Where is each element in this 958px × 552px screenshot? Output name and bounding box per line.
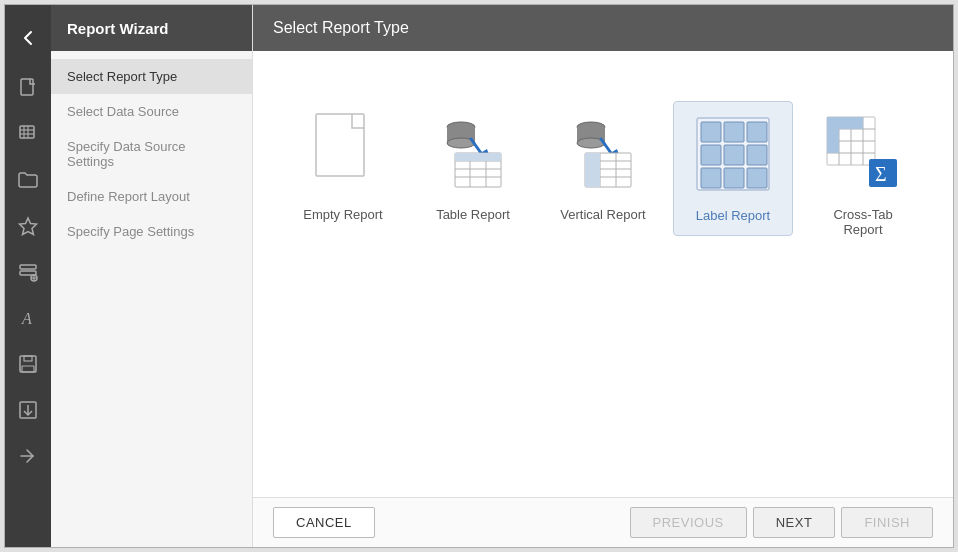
- empty-report-label: Empty Report: [303, 207, 382, 222]
- sidebar-step-select-data-source[interactable]: Select Data Source: [51, 94, 252, 129]
- back-button[interactable]: [5, 15, 51, 61]
- sidebar-step-specify-page-settings[interactable]: Specify Page Settings: [51, 214, 252, 249]
- layers-icon[interactable]: [5, 249, 51, 295]
- svg-rect-7: [20, 265, 36, 269]
- previous-button[interactable]: PREVIOUS: [630, 507, 747, 538]
- svg-rect-43: [585, 153, 600, 187]
- svg-rect-47: [747, 122, 767, 142]
- label-report-icon: [693, 114, 773, 194]
- main-content: Empty Report: [253, 51, 953, 497]
- label-report-label: Label Report: [696, 208, 770, 223]
- folder-icon[interactable]: [5, 157, 51, 203]
- sidebar-title: Report Wizard: [51, 5, 252, 51]
- footer-left: CANCEL: [273, 507, 375, 538]
- finish-button[interactable]: FINISH: [841, 507, 933, 538]
- export-icon[interactable]: [5, 433, 51, 479]
- svg-rect-46: [724, 122, 744, 142]
- svg-rect-15: [22, 366, 34, 372]
- svg-text:A: A: [21, 310, 32, 327]
- report-type-table[interactable]: Table Report: [413, 101, 533, 234]
- svg-rect-61: [827, 117, 839, 129]
- sidebar-steps: Select Report Type Select Data Source Sp…: [51, 51, 252, 249]
- svg-rect-19: [316, 114, 364, 176]
- footer-right: PREVIOUS NEXT FINISH: [630, 507, 933, 538]
- svg-marker-6: [20, 218, 37, 235]
- table-report-icon: [433, 113, 513, 193]
- sidebar: Report Wizard Select Report Type Select …: [51, 5, 253, 547]
- icon-bar-items: A: [5, 65, 51, 479]
- svg-rect-1: [20, 126, 34, 138]
- search-icon[interactable]: [5, 111, 51, 157]
- svg-rect-0: [21, 79, 33, 95]
- svg-rect-53: [747, 168, 767, 188]
- report-type-crosstab[interactable]: Σ Cross-Tab Report: [803, 101, 923, 249]
- new-file-icon[interactable]: [5, 65, 51, 111]
- crosstab-report-icon: Σ: [823, 113, 903, 193]
- svg-rect-51: [701, 168, 721, 188]
- sidebar-step-specify-data-source-settings[interactable]: Specify Data Source Settings: [51, 129, 252, 179]
- save-alt-icon[interactable]: [5, 387, 51, 433]
- footer: CANCEL PREVIOUS NEXT FINISH: [253, 497, 953, 547]
- table-report-label: Table Report: [436, 207, 510, 222]
- main-header: Select Report Type: [253, 5, 953, 51]
- icon-bar: A: [5, 5, 51, 547]
- text-icon[interactable]: A: [5, 295, 51, 341]
- svg-rect-48: [701, 145, 721, 165]
- next-button[interactable]: NEXT: [753, 507, 836, 538]
- main-panel: Select Report Type Empty Report: [253, 5, 953, 547]
- vertical-report-label: Vertical Report: [560, 207, 645, 222]
- svg-rect-31: [455, 153, 501, 161]
- svg-rect-63: [827, 129, 839, 141]
- star-icon[interactable]: [5, 203, 51, 249]
- svg-text:Σ: Σ: [875, 163, 887, 185]
- main-header-title: Select Report Type: [273, 19, 409, 37]
- report-types-container: Empty Report: [273, 71, 933, 477]
- svg-rect-64: [851, 117, 863, 129]
- svg-rect-49: [724, 145, 744, 165]
- report-type-empty[interactable]: Empty Report: [283, 101, 403, 234]
- svg-rect-65: [827, 141, 839, 153]
- vertical-report-icon: [563, 113, 643, 193]
- app-frame: A: [4, 4, 954, 548]
- svg-rect-52: [724, 168, 744, 188]
- svg-rect-62: [839, 117, 851, 129]
- svg-rect-50: [747, 145, 767, 165]
- save-icon[interactable]: [5, 341, 51, 387]
- sidebar-step-select-report-type[interactable]: Select Report Type: [51, 59, 252, 94]
- report-type-label[interactable]: Label Report: [673, 101, 793, 236]
- empty-report-icon: [303, 113, 383, 193]
- crosstab-report-label: Cross-Tab Report: [813, 207, 913, 237]
- sidebar-step-define-report-layout[interactable]: Define Report Layout: [51, 179, 252, 214]
- cancel-button[interactable]: CANCEL: [273, 507, 375, 538]
- svg-rect-45: [701, 122, 721, 142]
- report-type-vertical[interactable]: Vertical Report: [543, 101, 663, 234]
